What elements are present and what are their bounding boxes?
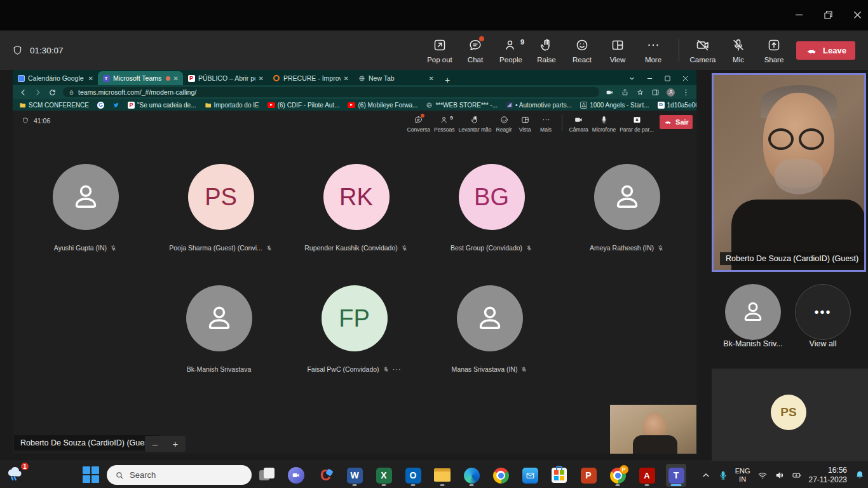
browser-tab-5[interactable]: New Tab✕ [353, 71, 438, 85]
profile-avatar[interactable] [667, 88, 675, 97]
participant-tile[interactable]: Ameya Ratheesh (IN) [559, 164, 695, 252]
browser-menu-icon[interactable] [682, 88, 690, 97]
taskbar-app-mail[interactable] [520, 464, 540, 487]
innerbar-stop-share-button[interactable]: Parar de par... [618, 112, 656, 133]
bookmark-item-4[interactable]: P"Se uma cadeia de... [128, 102, 196, 109]
address-bar[interactable]: teams.microsoft.com/_#/modern-calling/ [63, 87, 599, 97]
window-minimize-button[interactable] [789, 8, 808, 22]
chevron-up-icon[interactable] [701, 470, 711, 480]
mic-in-use-icon[interactable] [718, 470, 728, 480]
participant-tile[interactable]: RKRupender Kaushik (Convidado) [288, 164, 424, 252]
zoom-in-button[interactable]: + [165, 436, 186, 452]
tab-close-icon[interactable]: ✕ [173, 75, 179, 82]
taskbar-app-edge[interactable] [461, 464, 482, 487]
meetingbar-mic-off-button[interactable]: Mic [721, 30, 756, 70]
participant-tile[interactable]: Bk-Manish Srivastava [151, 285, 287, 373]
bookmark-item-3[interactable] [112, 102, 119, 109]
active-speaker-video[interactable]: Roberto De Souza (CardioID) (Guest) [712, 73, 866, 272]
participant-tile[interactable]: Manas Srivastava (IN) [422, 285, 557, 373]
innerbar-view-button[interactable]: Vista [515, 112, 536, 133]
meetingbar-share-button[interactable]: Share [756, 30, 792, 70]
meetingbar-camera-off-button[interactable]: Camera [685, 30, 721, 70]
innerbar-camera-on-button[interactable]: Câmara [567, 112, 590, 133]
innerbar-people-button[interactable]: 9Pessoas [432, 112, 457, 133]
bookmark-item-9[interactable]: ◢• Automotive parts... [506, 102, 572, 109]
innerbar-more-button[interactable]: Mais [536, 112, 557, 133]
reload-icon[interactable] [48, 88, 57, 97]
bookmark-item-10[interactable]: △1000 Angels - Start... [580, 102, 649, 109]
participant-tile[interactable]: PSPooja Sharma (Guest) (Convi... [153, 164, 288, 252]
taskbar-app-acrobat[interactable]: A [637, 464, 657, 487]
participant-thumb-avatar[interactable] [725, 284, 781, 340]
tab-close-icon[interactable]: ✕ [259, 75, 264, 82]
bookmark-item-8[interactable]: ***WEB STORE*** -... [426, 102, 498, 109]
meetingbar-more-button[interactable]: More [635, 30, 671, 70]
ps-avatar[interactable]: PS [771, 395, 806, 430]
notification-bell-icon[interactable] [854, 470, 865, 481]
taskbar-widget-icon[interactable]: 1 [5, 464, 27, 485]
bookmark-star-icon[interactable] [636, 88, 644, 97]
zoom-out-button[interactable]: – [145, 436, 165, 452]
self-view-video[interactable] [610, 405, 696, 454]
back-icon[interactable] [19, 88, 27, 97]
taskbar-app-taskview[interactable] [257, 464, 277, 487]
taskbar-app-excel[interactable]: X [374, 464, 394, 487]
taskbar-app-word[interactable]: W [344, 464, 365, 487]
bookmark-item-11[interactable]: D1d10a5e06497612e... [658, 102, 696, 109]
speaker-icon[interactable] [775, 470, 785, 480]
taskbar-app-teams[interactable]: T [666, 464, 686, 487]
participant-tile[interactable]: FPFaisal PwC (Convidado)··· [287, 285, 422, 373]
tab-camera-icon[interactable] [606, 88, 614, 97]
bookmark-item-1[interactable]: SCM CONFERENCE [19, 102, 89, 109]
sair-button[interactable]: Sair [660, 115, 693, 129]
new-tab-button[interactable]: + [445, 75, 450, 85]
meetingbar-view-button[interactable]: View [600, 30, 635, 70]
browser-tab-1[interactable]: Calendário Google - Semana de✕ [13, 71, 98, 85]
window-restore-button[interactable] [818, 8, 837, 22]
browser-restore-button[interactable] [664, 75, 671, 82]
innerbar-mic-on-button[interactable]: Microfone [590, 112, 618, 133]
taskbar-app-store[interactable] [549, 464, 569, 487]
view-all-label[interactable]: View all [810, 339, 837, 348]
browser-tab-3[interactable]: PPÚBLICO – Abrir portas onde se✕ [183, 71, 268, 85]
participant-tile[interactable]: Ayushi Gupta (IN) [18, 164, 153, 252]
language-indicator[interactable]: ENGIN [735, 467, 750, 483]
browser-tab-4[interactable]: PRECURE - Improve employee h✕ [268, 71, 353, 85]
taskbar-app-powerpoint[interactable]: P [578, 464, 599, 487]
taskbar-app-chromep[interactable]: P [607, 464, 628, 487]
bookmark-item-2[interactable]: G [97, 102, 104, 109]
taskbar-app-chrome[interactable] [491, 464, 511, 487]
browser-tab-2[interactable]: TMicrosoft Teams classic✕ [98, 71, 183, 85]
taskbar-app-outlook[interactable]: O [403, 464, 423, 487]
meetingbar-popout-button[interactable]: Pop out [422, 30, 458, 70]
innerbar-react-button[interactable]: Reagir [494, 112, 515, 133]
bookmark-item-7[interactable]: (6) Mobileye Forwa... [348, 102, 417, 109]
innerbar-chat-button[interactable]: Conversa [405, 112, 432, 133]
meetingbar-chat-button[interactable]: Chat [458, 30, 493, 70]
participant-tile[interactable]: BGBest Group (Convidado) [424, 164, 559, 252]
tab-close-icon[interactable]: ✕ [429, 75, 434, 82]
view-all-button[interactable]: ••• [795, 284, 851, 340]
meetingbar-react-button[interactable]: React [564, 30, 600, 70]
taskbar-app-chatvideo[interactable] [286, 464, 306, 487]
tab-search-chevron-icon[interactable] [628, 75, 635, 82]
innerbar-hand-button[interactable]: Levantar mão [457, 112, 494, 133]
taskbar-app-explorer[interactable] [432, 464, 452, 487]
taskbar-search[interactable]: Search [107, 465, 252, 485]
tab-close-icon[interactable]: ✕ [344, 75, 349, 82]
meetingbar-raise-button[interactable]: Raise [529, 30, 564, 70]
bookmark-item-5[interactable]: Importado do IE [205, 102, 259, 109]
side-panel-icon[interactable] [651, 88, 660, 97]
window-close-button[interactable] [848, 8, 867, 22]
battery-icon[interactable] [792, 470, 802, 480]
bookmark-item-6[interactable]: (6) CDIF - Pilote Aut... [268, 102, 340, 109]
leave-button[interactable]: Leave [796, 41, 855, 60]
share-page-icon[interactable] [621, 88, 629, 97]
wifi-icon[interactable] [757, 470, 768, 480]
browser-minimize-button[interactable] [646, 75, 653, 82]
forward-icon[interactable] [34, 88, 42, 97]
taskbar-app-ccleaner[interactable]: C [315, 464, 336, 487]
taskbar-clock[interactable]: 16:56 27-11-2023 [809, 466, 848, 485]
meetingbar-people-button[interactable]: 9People [493, 30, 529, 70]
start-button[interactable] [83, 466, 99, 483]
